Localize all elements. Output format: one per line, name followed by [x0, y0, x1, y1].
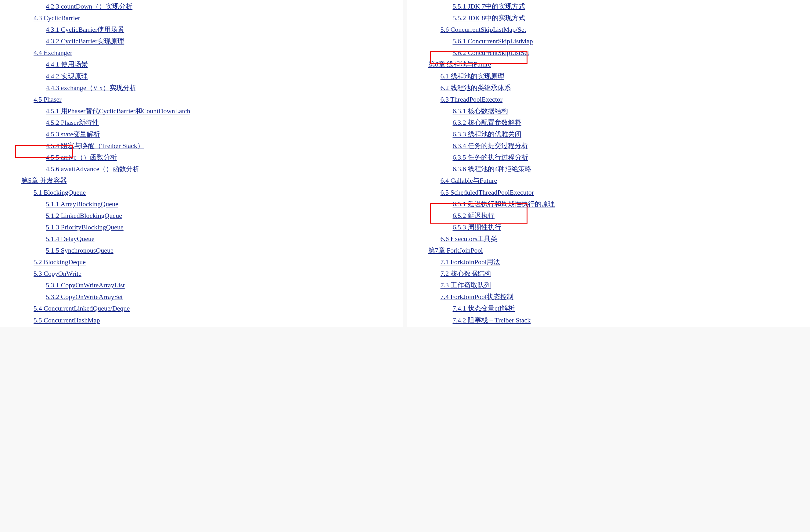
toc-link[interactable]: 6.3.5 任务的执行过程分析	[453, 154, 529, 161]
toc-entry: 4.5.5 arrive（）函数分析	[21, 152, 394, 163]
toc-link[interactable]: 7.4.2 阻塞栈 – Treiber Stack	[453, 316, 531, 324]
toc-entry: 6.3.1 核心数据结构	[428, 106, 801, 116]
toc-link[interactable]: 4.3.2 CyclicBarrier实现原理	[46, 37, 124, 45]
toc-entry: 5.1.4 DelayQueue	[21, 234, 394, 244]
toc-link[interactable]: 4.4 Exchanger	[34, 49, 72, 57]
toc-link[interactable]: 4.5 Phaser	[34, 96, 62, 103]
toc-entry: 4.5.2 Phaser新特性	[21, 117, 394, 128]
toc-link[interactable]: 5.4 ConcurrentLinkedQueue/Deque	[34, 304, 130, 312]
toc-link[interactable]: 4.5.2 Phaser新特性	[46, 119, 99, 126]
page-left: 4.2.3 countDown（）实现分析4.3 CyclicBarrier4.…	[0, 0, 403, 327]
toc-link[interactable]: 6.4 Callable与Future	[440, 177, 497, 184]
toc-entry: 4.2.3 countDown（）实现分析	[21, 1, 394, 12]
toc-link[interactable]: 6.5.3 周期性执行	[453, 223, 502, 231]
toc-entry: 5.1.3 PriorityBlockingQueue	[21, 222, 394, 232]
toc-link[interactable]: 5.5.1 JDK 7中的实现方式	[453, 2, 525, 10]
toc-link[interactable]: 6.3 ThreadPoolExector	[440, 96, 503, 103]
toc-entry: 6.5.3 周期性执行	[428, 222, 801, 232]
toc-link[interactable]: 5.1 BlockingQueue	[34, 189, 86, 196]
toc-entry: 5.3.2 CopyOnWriteArraySet	[21, 292, 394, 302]
toc-link[interactable]: 4.4.1 使用场景	[46, 60, 88, 68]
toc-link[interactable]: 4.3.1 CyclicBarrier使用场景	[46, 26, 124, 33]
toc-link[interactable]: 4.5.5 arrive（）函数分析	[46, 154, 117, 161]
toc-entry: 6.3 ThreadPoolExector	[428, 94, 801, 104]
toc-link[interactable]: 5.1.1 ArrayBlockingQueue	[46, 200, 118, 208]
toc-link[interactable]: 7.4 ForkJoinPool状态控制	[440, 293, 514, 301]
toc-link[interactable]: 5.3.1 CopyOnWriteArrayList	[46, 281, 125, 289]
toc-entry: 5.6.2 ConcurrentSkipListSet	[428, 48, 801, 58]
toc-entry: 4.5.6 awaitAdvance（）函数分析	[21, 164, 394, 174]
toc-entry: 6.5.2 延迟执行	[428, 210, 801, 221]
toc-list-right: 5.5.1 JDK 7中的实现方式5.5.2 JDK 8中的实现方式5.6 Co…	[428, 1, 801, 325]
toc-link[interactable]: 5.5 ConcurrentHashMap	[34, 316, 100, 324]
toc-entry: 5.1.1 ArrayBlockingQueue	[21, 199, 394, 209]
toc-link[interactable]: 5.1.5 SynchronousQueue	[46, 246, 113, 254]
toc-entry: 5.2 BlockingDeque	[21, 257, 394, 267]
toc-link[interactable]: 4.5.3 state变量解析	[46, 130, 100, 138]
toc-entry: 4.5.1 用Phaser替代CyclicBarrier和CountDownLa…	[21, 106, 394, 116]
toc-link[interactable]: 4.5.1 用Phaser替代CyclicBarrier和CountDownLa…	[46, 107, 190, 115]
toc-entry: 7.4.1 状态变量ctl解析	[428, 303, 801, 313]
toc-entry: 7.3 工作窃取队列	[428, 280, 801, 290]
toc-link[interactable]: 6.5 ScheduledThreadPoolExecutor	[440, 189, 534, 196]
toc-link[interactable]: 6.3.3 线程池的优雅关闭	[453, 130, 522, 138]
toc-entry: 4.4.2 实现原理	[21, 71, 394, 81]
toc-link[interactable]: 6.3.6 线程池的4种拒绝策略	[453, 165, 532, 173]
toc-link[interactable]: 6.3.1 核心数据结构	[453, 107, 508, 115]
toc-link[interactable]: 6.3.2 核心配置参数解释	[453, 119, 522, 126]
toc-entry: 6.3.3 线程池的优雅关闭	[428, 129, 801, 140]
toc-entry: 6.2 线程池的类继承体系	[428, 83, 801, 93]
toc-link[interactable]: 7.3 工作窃取队列	[440, 281, 491, 289]
toc-entry: 第6章 线程池与Future	[428, 59, 801, 69]
toc-entry: 4.4.1 使用场景	[21, 59, 394, 69]
toc-entry: 7.1 ForkJoinPool用法	[428, 257, 801, 267]
toc-entry: 6.3.2 核心配置参数解释	[428, 117, 801, 128]
toc-entry: 4.4 Exchanger	[21, 48, 394, 58]
toc-link[interactable]: 5.1.3 PriorityBlockingQueue	[46, 223, 124, 231]
toc-link[interactable]: 5.3.2 CopyOnWriteArraySet	[46, 293, 123, 301]
toc-link[interactable]: 6.6 Executors工具类	[440, 235, 498, 242]
toc-link[interactable]: 4.4.2 实现原理	[46, 72, 88, 80]
toc-link[interactable]: 5.1.2 LinkedBlockingQueue	[46, 212, 122, 219]
toc-entry: 4.3.2 CyclicBarrier实现原理	[21, 36, 394, 46]
toc-link[interactable]: 5.3 CopyOnWrite	[34, 270, 81, 277]
toc-link[interactable]: 第7章 ForkJoinPool	[428, 246, 483, 254]
toc-link[interactable]: 4.3 CyclicBarrier	[34, 14, 80, 22]
toc-link[interactable]: 7.2 核心数据结构	[440, 270, 491, 277]
toc-entry: 5.3 CopyOnWrite	[21, 269, 394, 279]
toc-link[interactable]: 7.1 ForkJoinPool用法	[440, 258, 500, 266]
toc-entry: 6.3.5 任务的执行过程分析	[428, 152, 801, 163]
toc-link[interactable]: 4.5.6 awaitAdvance（）函数分析	[46, 165, 140, 173]
toc-link[interactable]: 5.6.1 ConcurrentSkipListMap	[453, 37, 533, 45]
toc-entry: 5.4 ConcurrentLinkedQueue/Deque	[21, 303, 394, 313]
toc-link[interactable]: 第6章 线程池与Future	[428, 60, 491, 68]
toc-link[interactable]: 4.5.4 阻塞与唤醒（Treiber Stack）	[46, 142, 144, 149]
toc-entry: 4.5 Phaser	[21, 94, 394, 104]
toc-link[interactable]: 5.6 ConcurrentSkipListMap/Set	[440, 26, 526, 33]
toc-entry: 6.1 线程池的实现原理	[428, 71, 801, 81]
toc-link[interactable]: 6.5.2 延迟执行	[453, 212, 495, 219]
toc-entry: 6.5.1 延迟执行和周期性执行的原理	[428, 199, 801, 209]
toc-link[interactable]: 第5章 并发容器	[21, 177, 67, 184]
document-spread: 4.2.3 countDown（）实现分析4.3 CyclicBarrier4.…	[0, 0, 810, 327]
toc-link[interactable]: 5.5.2 JDK 8中的实现方式	[453, 14, 525, 22]
toc-link[interactable]: 7.4.1 状态变量ctl解析	[453, 304, 515, 312]
toc-entry: 5.1.5 SynchronousQueue	[21, 245, 394, 256]
toc-entry: 5.5.1 JDK 7中的实现方式	[428, 1, 801, 12]
page-right: 5.5.1 JDK 7中的实现方式5.5.2 JDK 8中的实现方式5.6 Co…	[407, 0, 810, 327]
toc-link[interactable]: 5.1.4 DelayQueue	[46, 235, 94, 242]
toc-entry: 4.5.4 阻塞与唤醒（Treiber Stack）	[21, 141, 394, 151]
toc-link[interactable]: 6.1 线程池的实现原理	[440, 72, 504, 80]
toc-link[interactable]: 4.4.3 exchange（V x）实现分析	[46, 84, 136, 92]
toc-entry: 第5章 并发容器	[21, 175, 394, 186]
toc-link[interactable]: 6.5.1 延迟执行和周期性执行的原理	[453, 200, 555, 208]
toc-link[interactable]: 6.3.4 任务的提交过程分析	[453, 142, 529, 149]
toc-link[interactable]: 5.2 BlockingDeque	[34, 258, 86, 266]
toc-entry: 4.3 CyclicBarrier	[21, 13, 394, 23]
toc-entry: 6.5 ScheduledThreadPoolExecutor	[428, 187, 801, 198]
toc-link[interactable]: 4.2.3 countDown（）实现分析	[46, 2, 132, 10]
toc-entry: 7.4 ForkJoinPool状态控制	[428, 292, 801, 302]
toc-entry: 4.3.1 CyclicBarrier使用场景	[21, 25, 394, 35]
toc-link[interactable]: 5.6.2 ConcurrentSkipListSet	[453, 49, 529, 57]
toc-link[interactable]: 6.2 线程池的类继承体系	[440, 84, 511, 92]
